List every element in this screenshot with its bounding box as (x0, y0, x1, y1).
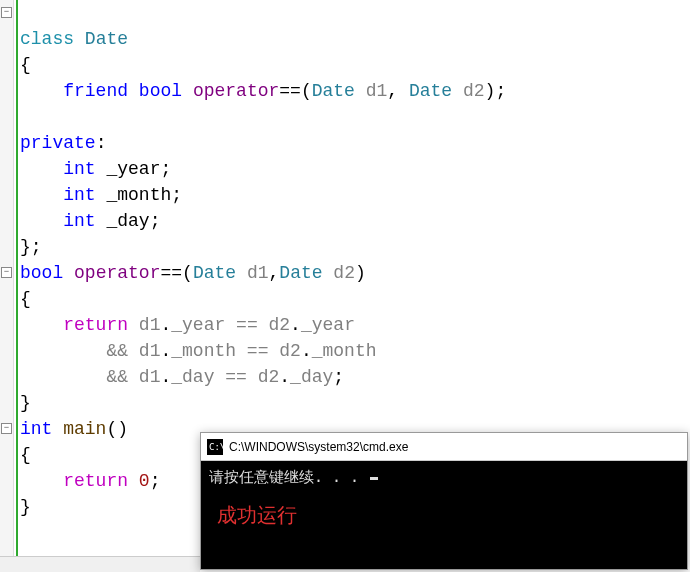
param-type: Date (312, 81, 355, 101)
op-and: && (106, 367, 138, 387)
param-name: d2 (333, 263, 355, 283)
keyword-private: private (20, 133, 96, 153)
keyword-int: int (20, 419, 52, 439)
type-name: Date (85, 29, 128, 49)
console-title: C:\WINDOWS\system32\cmd.exe (229, 440, 408, 454)
brace-open: { (20, 55, 31, 75)
parens: () (106, 419, 128, 439)
cmd-icon: C:\ (207, 439, 223, 455)
var-ref: d1 (139, 341, 161, 361)
brace-open: { (20, 289, 31, 309)
semicolon: ; (333, 367, 344, 387)
keyword-friend: friend (63, 81, 128, 101)
param-name: d1 (366, 81, 388, 101)
member-var: _month (106, 185, 171, 205)
param-name: d1 (247, 263, 269, 283)
fold-toggle-main[interactable]: − (1, 423, 12, 434)
member-var: _year (106, 159, 160, 179)
paren-close: ); (485, 81, 507, 101)
console-cursor (370, 477, 378, 480)
dot: . (301, 341, 312, 361)
literal-zero: 0 (139, 471, 150, 491)
console-prompt-text: 请按任意键继续. . . (209, 468, 368, 486)
fold-toggle-class[interactable]: − (1, 7, 12, 18)
var-ref: d1 (139, 367, 161, 387)
semicolon: ; (171, 185, 182, 205)
brace-close: } (20, 497, 31, 517)
paren-close: ) (355, 263, 366, 283)
console-window[interactable]: C:\ C:\WINDOWS\system32\cmd.exe 请按任意键继续.… (200, 432, 688, 570)
paren-open: ( (301, 81, 312, 101)
member-access: _day (290, 367, 333, 387)
member-var: _day (106, 211, 149, 231)
dot: . (279, 367, 290, 387)
dot: . (290, 315, 301, 335)
op-eq: == (160, 263, 182, 283)
class-end: }; (20, 237, 42, 257)
member-access: _year (301, 315, 355, 335)
op-eq: == (225, 315, 268, 335)
var-ref: d2 (269, 315, 291, 335)
console-titlebar[interactable]: C:\ C:\WINDOWS\system32\cmd.exe (201, 433, 687, 461)
fold-toggle-func[interactable]: − (1, 267, 12, 278)
console-prompt-line: 请按任意键继续. . . (209, 465, 679, 489)
op-eq: == (214, 367, 257, 387)
var-ref: d1 (139, 315, 161, 335)
keyword-bool: bool (20, 263, 63, 283)
keyword-return: return (63, 315, 128, 335)
dot: . (160, 315, 171, 335)
param-name: d2 (463, 81, 485, 101)
dot: . (160, 367, 171, 387)
dot: . (160, 341, 171, 361)
op-and: && (106, 341, 138, 361)
member-access: _year (171, 315, 225, 335)
keyword-class: class (20, 29, 74, 49)
param-type: Date (409, 81, 452, 101)
keyword-int: int (63, 159, 95, 179)
fold-gutter: − − − (0, 0, 14, 572)
paren-open: ( (182, 263, 193, 283)
func-main: main (63, 419, 106, 439)
var-ref: d2 (279, 341, 301, 361)
brace-close: } (20, 393, 31, 413)
param-type: Date (193, 263, 236, 283)
keyword-return: return (63, 471, 128, 491)
op-eq: == (236, 341, 279, 361)
semicolon: ; (150, 471, 161, 491)
comma: , (387, 81, 409, 101)
console-success-text: 成功运行 (217, 503, 679, 527)
member-access: _month (312, 341, 377, 361)
keyword-int: int (63, 211, 95, 231)
var-ref: d2 (258, 367, 280, 387)
member-access: _day (171, 367, 214, 387)
colon: : (96, 133, 107, 153)
member-access: _month (171, 341, 236, 361)
keyword-int: int (63, 185, 95, 205)
console-body: 请按任意键继续. . . 成功运行 (201, 461, 687, 531)
comma: , (269, 263, 280, 283)
brace-open: { (20, 445, 31, 465)
op-eq: == (279, 81, 301, 101)
keyword-bool: bool (139, 81, 182, 101)
keyword-operator: operator (193, 81, 279, 101)
param-type: Date (279, 263, 322, 283)
semicolon: ; (160, 159, 171, 179)
semicolon: ; (150, 211, 161, 231)
horizontal-scrollbar[interactable] (0, 556, 200, 572)
keyword-operator: operator (74, 263, 160, 283)
